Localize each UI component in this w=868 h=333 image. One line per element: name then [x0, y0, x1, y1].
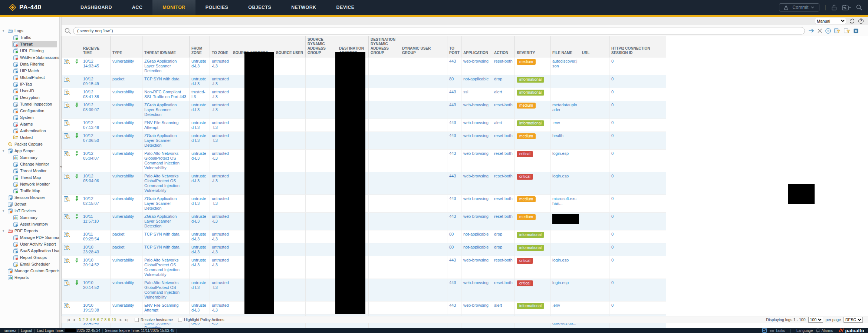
page-number-5[interactable]: 5 [93, 317, 96, 322]
column-header-action[interactable]: ACTION [492, 36, 515, 57]
sidebar-item-globalprotect[interactable]: GlobalProtect [0, 74, 59, 81]
tasks-button[interactable]: Tasks [770, 329, 785, 333]
action-cell[interactable]: drop [492, 230, 515, 243]
type-cell[interactable]: vulnerability [111, 256, 142, 279]
http2-session-id-cell[interactable]: 0 [609, 57, 666, 75]
pcap-cell[interactable] [73, 101, 81, 119]
receive-time-cell[interactable]: 10/11 09:25:54 [81, 230, 111, 243]
save-config-icon[interactable] [842, 5, 851, 10]
application-cell[interactable]: web-browsing [461, 195, 492, 213]
chevron-down-icon[interactable]: ▾ [3, 229, 6, 233]
from-zone-cell[interactable]: untrusted-L3 [190, 75, 210, 88]
file-name-cell[interactable]: health [550, 132, 580, 150]
http2-session-id-cell[interactable]: 0 [609, 132, 666, 150]
column-header-file-name[interactable]: FILE NAME [550, 36, 580, 57]
column-header-from-zone[interactable]: FROM ZONE [190, 36, 210, 57]
sidebar-item-system[interactable]: System [0, 114, 59, 121]
to-zone-cell[interactable]: untrusted-L3 [210, 195, 231, 213]
sidebar-item-logs[interactable]: ▾Logs [0, 27, 59, 34]
type-cell[interactable]: vulnerability [111, 213, 142, 230]
to-zone-cell[interactable]: untrusted-L3 [210, 88, 231, 101]
file-name-cell[interactable]: login.esp [550, 256, 580, 279]
application-cell[interactable]: web-browsing [461, 57, 492, 75]
http2-session-id-cell[interactable]: 0 [609, 119, 666, 132]
sidebar-item-configuration[interactable]: Configuration [0, 107, 59, 114]
clear-filter-icon[interactable] [818, 29, 822, 33]
sidebar-item-botnet[interactable]: Botnet [0, 201, 59, 207]
sidebar-item-decryption[interactable]: Decryption [0, 94, 59, 101]
log-detail-cell[interactable] [62, 243, 73, 256]
threat-name-cell[interactable]: ZGrab Application Layer Scanner Detectio… [142, 132, 190, 150]
export-icon[interactable] [854, 29, 858, 33]
file-name-cell[interactable]: microsoft.exchan... [550, 195, 580, 213]
page-number-9[interactable]: 9 [108, 317, 110, 322]
to-zone-cell[interactable]: untrusted-L3 [210, 213, 231, 230]
receive-time-cell[interactable]: 10/10 23:28:43 [81, 243, 111, 256]
tab-network[interactable]: NETWORK [281, 0, 326, 15]
download-pcap-icon[interactable] [75, 60, 79, 65]
to-zone-cell[interactable]: untrusted-L3 [210, 57, 231, 75]
prev-page-icon[interactable]: ◀ [73, 318, 75, 322]
from-zone-cell[interactable]: untrusted-L3 [190, 172, 210, 195]
type-cell[interactable]: vulnerability [111, 119, 142, 132]
application-cell[interactable]: web-browsing [461, 256, 492, 279]
type-cell[interactable]: vulnerability [111, 88, 142, 101]
log-detail-icon[interactable] [64, 304, 70, 309]
receive-time-cell[interactable]: 10/10 20:14:52 [81, 256, 111, 279]
log-detail-cell[interactable] [62, 302, 73, 314]
to-port-cell[interactable]: 443 [447, 119, 461, 132]
to-zone-cell[interactable]: untrusted-L3 [210, 279, 231, 302]
to-port-cell[interactable]: 80 [447, 75, 461, 88]
log-detail-cell[interactable] [62, 172, 73, 195]
application-cell[interactable]: web-browsing [461, 302, 492, 314]
download-pcap-icon[interactable] [75, 282, 79, 286]
sidebar-item-network-monitor[interactable]: Network Monitor [0, 181, 59, 187]
page-number-10[interactable]: 10 [112, 317, 116, 322]
column-header-source-user[interactable]: SOURCE USER [274, 36, 306, 57]
log-detail-icon[interactable] [64, 78, 70, 83]
receive-time-cell[interactable]: 10/12 08:41:38 [81, 88, 111, 101]
type-cell[interactable]: packet [111, 75, 142, 88]
commit-mode-select[interactable]: Manual [815, 18, 846, 24]
from-zone-cell[interactable]: untrusted-L3 [190, 243, 210, 256]
from-zone-cell[interactable]: untrusted-L3 [190, 150, 210, 172]
page-number-7[interactable]: 7 [101, 317, 103, 322]
http2-session-id-cell[interactable]: 0 [609, 75, 666, 88]
action-cell[interactable]: reset-both [492, 101, 515, 119]
pcap-cell[interactable] [73, 279, 81, 302]
to-zone-cell[interactable]: untrusted-L3 [210, 150, 231, 172]
from-zone-cell[interactable]: untrusted-L3 [190, 132, 210, 150]
last-page-icon[interactable]: ▶| [125, 318, 128, 322]
sidebar-item-wildfire-submissions[interactable]: WildFire Submissions [0, 54, 59, 61]
add-filter-icon[interactable] [825, 28, 831, 34]
page-number-3[interactable]: 3 [86, 317, 88, 322]
http2-session-id-cell[interactable]: 0 [609, 230, 666, 243]
action-cell[interactable]: reset-both [492, 150, 515, 172]
receive-time-cell[interactable]: 10/12 05:04:06 [81, 172, 111, 195]
log-detail-cell[interactable] [62, 57, 73, 75]
log-detail-cell[interactable] [62, 75, 73, 88]
sidebar-item-iot-devices[interactable]: ▾IoT Devices [0, 207, 59, 214]
sidebar-item-saas-application-usage[interactable]: SaaS Application Usage [0, 247, 59, 254]
log-detail-icon[interactable] [64, 135, 70, 139]
to-port-cell[interactable]: 443 [447, 256, 461, 279]
highlight-policy-checkbox[interactable]: Highlight Policy Actions [178, 317, 224, 322]
threat-name-cell[interactable]: Palo Alto Networks GlobalProtect OS Comm… [142, 279, 190, 302]
column-header-application[interactable]: APPLICATION [461, 36, 492, 57]
action-cell[interactable]: reset-both [492, 172, 515, 195]
to-port-cell[interactable]: 443 [447, 195, 461, 213]
to-zone-cell[interactable]: untrusted-L3 [210, 256, 231, 279]
session-monitor-icon[interactable] [762, 328, 767, 333]
log-detail-icon[interactable] [64, 259, 70, 264]
filter-query-input[interactable]: ( severity neq 'low' ) [73, 27, 805, 34]
threat-name-cell[interactable]: TCP SYN with data [142, 230, 190, 243]
log-detail-cell[interactable] [62, 119, 73, 132]
column-header-to-zone[interactable]: TO ZONE [210, 36, 231, 57]
log-detail-cell[interactable] [62, 195, 73, 213]
tab-monitor[interactable]: MONITOR [152, 0, 195, 15]
to-zone-cell[interactable]: untrusted-L3 [210, 302, 231, 314]
sidebar-item-pdf-reports[interactable]: ▾PDF Reports [0, 227, 59, 234]
type-cell[interactable]: packet [111, 243, 142, 256]
action-cell[interactable]: reset-both [492, 256, 515, 279]
threat-name-cell[interactable]: TCP SYN with data [142, 75, 190, 88]
